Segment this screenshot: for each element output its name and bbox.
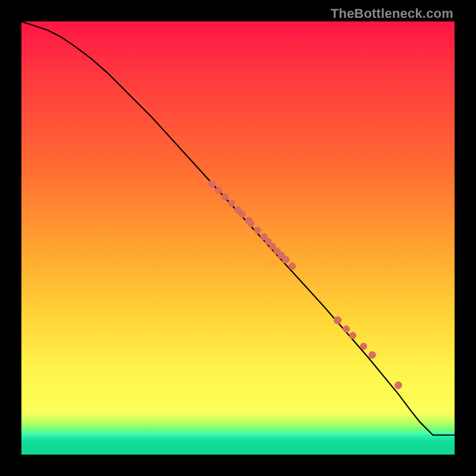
chart-stage: TheBottleneck.com [0, 0, 476, 476]
plot-area [21, 21, 455, 455]
watermark-text: TheBottleneck.com [331, 6, 453, 21]
data-point [334, 317, 342, 324]
chart-svg [21, 21, 455, 455]
data-point [349, 332, 356, 339]
data-point [222, 193, 228, 200]
data-point [369, 352, 376, 359]
data-point [282, 256, 289, 263]
data-point [343, 325, 350, 332]
data-point [215, 187, 222, 193]
data-point [289, 263, 295, 270]
data-point [248, 221, 255, 227]
data-point [361, 343, 367, 350]
data-point [254, 227, 261, 233]
scatter-dots [208, 180, 402, 389]
data-point [208, 180, 215, 187]
trend-curve [21, 21, 455, 435]
data-point [394, 382, 402, 389]
data-point [228, 200, 235, 206]
data-point [239, 211, 246, 217]
